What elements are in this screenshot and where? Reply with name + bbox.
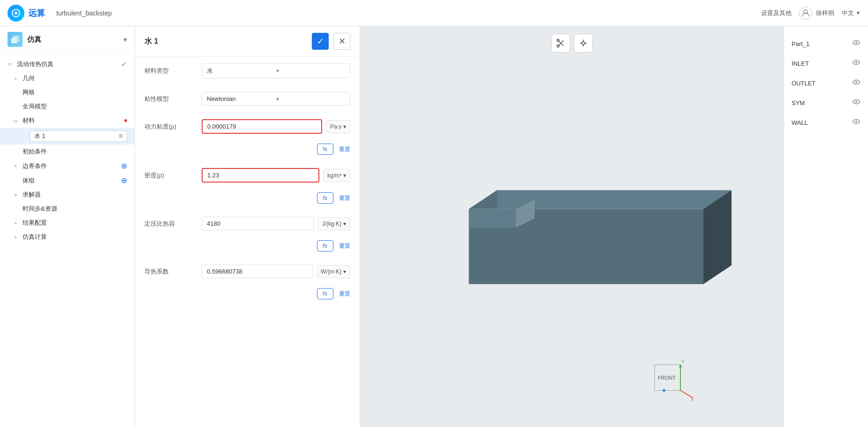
sidebar-item-body-group[interactable]: 体组 ⊕ — [0, 173, 135, 188]
dynamic-viscosity-input[interactable] — [202, 119, 322, 134]
specific-heat-input[interactable] — [202, 217, 314, 230]
sim-cube-icon — [8, 32, 23, 47]
sidebar-item-result-config[interactable]: ＋ 结果配置 — [0, 216, 135, 230]
expand-icon: ▭ — [13, 118, 20, 124]
right-item-inlet[interactable]: INLET — [784, 53, 868, 73]
water1-label: 水 1 — [34, 132, 45, 140]
reset-button[interactable]: 重置 — [339, 145, 350, 153]
cut-button[interactable] — [551, 34, 570, 53]
unit-arrow-icon: ▾ — [343, 172, 346, 179]
part1-label: Part_1 — [792, 40, 809, 47]
dynamic-viscosity-row: 动力粘度(μ) Pa·s ▾ — [135, 113, 360, 141]
material-type-value: 水 — [207, 67, 276, 75]
thermal-conductivity-input[interactable] — [202, 265, 313, 278]
viewport[interactable]: FRONT Y X — [360, 26, 784, 427]
svg-rect-3 — [11, 38, 17, 43]
sidebar-item-material[interactable]: ▭ 材料 — [0, 114, 135, 128]
eye-icon[interactable] — [852, 58, 860, 69]
tree-label: 材料 — [23, 116, 121, 125]
user-area[interactable]: 徐梓朔 — [799, 7, 834, 20]
svg-text:X: X — [691, 396, 694, 402]
eye-icon[interactable] — [852, 98, 860, 108]
sidebar-item-mesh[interactable]: 网格 — [0, 85, 135, 99]
sidebar-item-sim-calc[interactable]: ＋ 仿真计算 — [0, 230, 135, 244]
reset-view-button[interactable] — [574, 34, 593, 53]
thermal-conductivity-row: 导热系数 W/(m·K) ▾ — [135, 258, 360, 285]
axes-indicator: FRONT Y X — [648, 355, 694, 404]
density-unit[interactable]: kg/m³ ▾ — [323, 169, 350, 182]
svg-point-31 — [855, 61, 857, 63]
sidebar-item-flow[interactable]: ▭ 流动传热仿真 ✓ — [0, 57, 135, 71]
sidebar-item-geometry[interactable]: ＋ 几何 — [0, 71, 135, 85]
menu-icon[interactable]: ≡ — [119, 132, 123, 140]
sidebar-item-solver[interactable]: ＋ 求解器 — [0, 188, 135, 202]
sidebar-item-boundary[interactable]: ＋ 边界条件 ⊕ — [0, 159, 135, 173]
tree-label: 边界条件 — [23, 162, 118, 170]
material-type-select[interactable]: 水 ▾ — [202, 63, 350, 78]
sidebar-header-left: 仿真 — [8, 32, 41, 47]
viewport-toolbar — [551, 34, 593, 53]
svg-text:FRONT: FRONT — [658, 375, 676, 381]
density-label: 密度(ρ) — [144, 171, 196, 180]
tree-label: 全局模型 — [23, 102, 127, 111]
right-item-sym[interactable]: SYM — [784, 93, 868, 113]
confirm-button[interactable]: ✓ — [312, 33, 329, 50]
right-item-wall[interactable]: WALL — [784, 113, 868, 132]
wall-label: WALL — [792, 119, 808, 126]
svg-point-29 — [855, 42, 857, 44]
svg-point-1 — [15, 12, 17, 15]
sidebar-header: 仿真 ▾ — [0, 26, 135, 53]
dynamic-viscosity-unit[interactable]: Pa·s ▾ — [326, 120, 350, 133]
density-row: 密度(ρ) kg/m³ ▾ — [135, 161, 360, 190]
settings-button[interactable]: 设置及其他 — [761, 9, 792, 17]
thermal-conductivity-actions: fx 重置 — [135, 285, 360, 306]
unit-label: J/(kg·K) — [322, 221, 341, 227]
red-dot — [124, 119, 127, 122]
density-actions: fx 重置 — [135, 190, 360, 210]
right-item-outlet[interactable]: OUTLET — [784, 73, 868, 93]
fx-button[interactable]: fx — [317, 288, 333, 299]
expand-icon — [13, 178, 20, 183]
specific-heat-actions: fx 重置 — [135, 237, 360, 258]
expand-icon — [13, 104, 20, 109]
right-item-part1[interactable]: Part_1 — [784, 34, 868, 53]
eye-icon[interactable] — [852, 117, 860, 128]
tree-label: 几何 — [23, 74, 127, 83]
sidebar-item-initial[interactable]: 初始条件 — [0, 145, 135, 159]
density-input[interactable] — [202, 168, 319, 183]
add-boundary-icon[interactable]: ⊕ — [121, 161, 127, 170]
eye-icon[interactable] — [852, 38, 860, 49]
sidebar-item-timestep[interactable]: 时间步&资源 — [0, 202, 135, 216]
add-body-icon[interactable]: ⊕ — [121, 176, 127, 185]
fx-button[interactable]: fx — [317, 144, 333, 155]
eye-icon[interactable] — [852, 78, 860, 88]
expand-icon: ＋ — [13, 191, 20, 198]
viscosity-model-select[interactable]: Newtonian ▾ — [202, 92, 350, 106]
tree: ▭ 流动传热仿真 ✓ ＋ 几何 网格 全局模型 ▭ 材料 — [0, 53, 135, 248]
sidebar-collapse-button[interactable]: ▾ — [123, 35, 127, 44]
close-button[interactable]: ✕ — [333, 33, 350, 50]
svg-point-8 — [582, 42, 585, 45]
material-type-label: 材料类型 — [144, 67, 196, 75]
svg-marker-10 — [469, 190, 732, 209]
language-selector[interactable]: 中文 ▼ — [842, 9, 860, 17]
thermal-conductivity-unit[interactable]: W/(m·K) ▾ — [317, 265, 350, 278]
sidebar-item-global-model[interactable]: 全局模型 — [0, 99, 135, 114]
expand-icon — [13, 90, 20, 95]
specific-heat-unit[interactable]: J/(kg·K) ▾ — [318, 217, 350, 230]
fx-button[interactable]: fx — [317, 240, 333, 252]
sym-label: SYM — [792, 99, 805, 107]
tree-label: 初始条件 — [23, 147, 127, 156]
sidebar-item-water1[interactable]: 水 1 ≡ — [0, 128, 135, 145]
project-name: turbulent_backstep — [56, 9, 112, 17]
dropdown-arrow-icon: ▾ — [276, 68, 346, 74]
dynamic-viscosity-label: 动力粘度(μ) — [144, 122, 196, 131]
inlet-label: INLET — [792, 60, 809, 67]
reset-button[interactable]: 重置 — [339, 194, 350, 202]
chevron-down-icon: ▼ — [856, 10, 860, 15]
logo-icon — [8, 5, 24, 22]
fx-button[interactable]: fx — [317, 192, 333, 204]
language-label: 中文 — [842, 9, 854, 17]
reset-button[interactable]: 重置 — [339, 290, 350, 298]
reset-button[interactable]: 重置 — [339, 242, 350, 250]
